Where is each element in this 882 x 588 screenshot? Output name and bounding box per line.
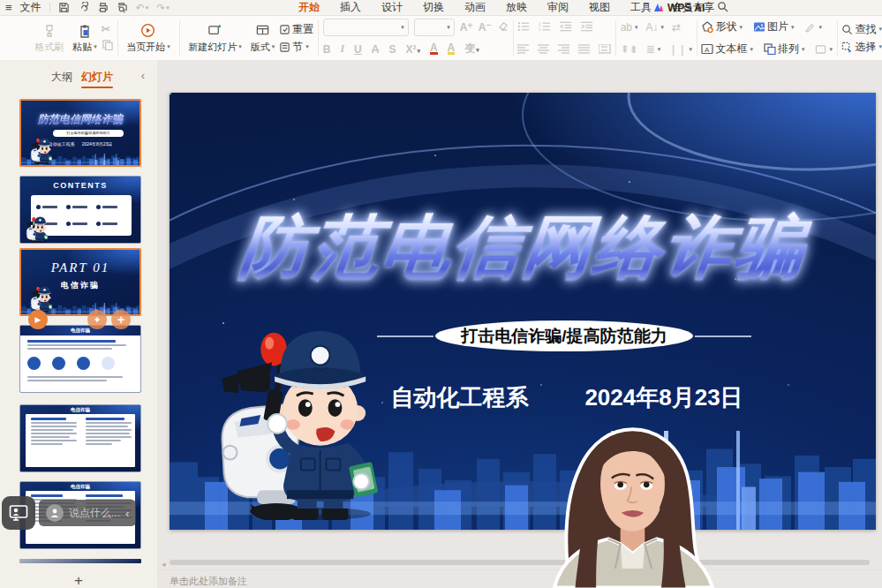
redo-button[interactable]: ↷ ▾ [156,2,170,14]
picture-button[interactable]: 图片▾ [753,19,795,34]
tab-slideshow[interactable]: 放映 [504,0,529,16]
clear-format-icon[interactable] [497,19,509,35]
italic-button[interactable]: I [340,42,344,56]
scroll-left-icon[interactable]: ◂ [162,560,166,569]
play-slide-button[interactable]: ▶ [28,310,48,329]
collapse-panel-icon[interactable]: ‹ [141,69,145,82]
find-button[interactable]: 查找▾ [841,22,882,37]
shapes-button[interactable]: 形状▾ [701,19,743,34]
text-shadow-button[interactable]: S [388,43,396,56]
print-preview-icon[interactable] [117,2,128,13]
tab-view[interactable]: 视图 [587,0,612,16]
slide-thumbnail-2[interactable]: CONTENTS [19,176,141,244]
new-slide-button[interactable]: 新建幻灯片▾ [184,16,246,60]
slide-thumbnail-5[interactable]: 电信诈骗 [19,404,141,472]
decrease-indent-button[interactable] [560,19,573,35]
thumb1-banner: 打击电信诈骗/提高防范能力 [53,130,124,137]
presenter-mode-button[interactable] [2,496,35,530]
justify-button[interactable] [578,41,591,57]
slide-thumbnail-3[interactable]: PART 01 电信诈骗 [19,248,141,316]
copy-icon[interactable] [102,38,113,54]
highlight-button[interactable]: A [448,43,456,55]
arrange-label: 排列 [778,41,799,57]
notes-placeholder[interactable]: 单击此处添加备注 [170,575,247,588]
divider [49,3,50,12]
slide-thumbnail-7-partial[interactable] [19,559,141,563]
font-family-select[interactable]: ▾ [323,19,409,36]
tab-review[interactable]: 审阅 [546,0,570,16]
font-size-select[interactable]: ▾ [414,19,455,36]
caption-widget: 说点什么... ‹ [2,496,136,530]
align-left-button[interactable] [517,41,530,57]
strikethrough-button[interactable]: A [372,43,380,56]
add-slide-button[interactable]: + [69,572,88,588]
distribute-button[interactable] [599,41,611,57]
tab-home[interactable]: 开始 [297,0,321,16]
convert-smartart-icon[interactable]: ⇄ [672,21,681,34]
vertical-text-button[interactable]: A↓▾ [646,21,665,34]
hamburger-menu-icon[interactable]: ≡ [5,1,12,14]
misc-insert-button[interactable]: ▾ [804,22,822,33]
search-icon[interactable] [717,1,728,15]
slide-thumbnail-4[interactable]: 电信诈骗 [19,325,141,393]
bullet-list-button[interactable] [517,19,531,35]
superscript-label: X² [405,43,416,56]
select-button[interactable]: 选择▾ [841,40,882,55]
character-effects-button[interactable]: 变▾ [464,41,479,57]
play-circle-icon [140,23,155,39]
beautify-button[interactable]: ✦ [87,310,107,329]
decrease-font-button[interactable]: A⁻ [479,21,492,34]
presenter-webcam-overlay[interactable] [546,422,720,588]
tab-transition[interactable]: 切换 [421,0,446,16]
add-slide-quick-button[interactable]: + [111,310,131,329]
paste-button[interactable]: 粘贴▾ [68,16,102,60]
font-color-button[interactable]: A [430,43,438,55]
reset-button[interactable]: 重置 [279,22,313,37]
increase-font-button[interactable]: A⁺ [460,21,473,34]
wps-ai-button[interactable]: WPS AI [653,2,705,14]
superscript-button[interactable]: X²▾ [405,43,420,56]
increase-indent-button[interactable] [581,19,594,35]
play-from-current-button[interactable]: 当页开始▾ [122,16,175,60]
collapse-caption-icon[interactable]: ‹ [125,507,129,520]
undo-button[interactable]: ↶ ▾ [136,2,149,14]
textbox-button[interactable]: A 文本框▾ [701,41,753,57]
layout-button[interactable]: 版式▾ [246,16,280,60]
file-menu[interactable]: 文件 [20,0,41,15]
underline-button[interactable]: U [354,43,362,56]
line-spacing-button[interactable]: ⇞⇟ [621,43,638,56]
align-right-button[interactable] [558,41,570,57]
thumb2-title: CONTENTS [20,181,140,190]
tab-insert[interactable]: 插入 [338,0,363,16]
format-painter-button[interactable]: 格式刷 [30,16,68,60]
slide-subtitle-row[interactable]: 自动化工程系 2024年8月23日 [302,382,832,413]
tab-outline[interactable]: 大纲 [51,70,72,85]
layout-label: 版式 [251,41,270,54]
horizontal-scrollbar[interactable] [170,560,870,565]
picture-icon [753,21,765,33]
caret-icon: ▾ [167,43,170,50]
slide-banner[interactable]: 打击电信诈骗/提高防范能力 [435,320,693,351]
text-direction-button[interactable]: ab▾ [621,21,638,34]
cut-icon[interactable]: ✂ [102,23,113,35]
columns-button[interactable]: ❘❘▾ [668,43,692,56]
bold-button[interactable]: B [323,43,331,56]
print-icon[interactable] [97,2,109,13]
caption-input[interactable]: 说点什么... ‹ [39,500,136,526]
align-center-button[interactable] [538,41,550,57]
section-button[interactable]: 节 ▾ [279,40,309,55]
share-icon[interactable] [78,2,89,13]
slide-title[interactable]: 防范电信网络诈骗 [170,202,876,295]
ribbon-toolbar: 格式刷 粘贴▾ ✂ 当页开始▾ 新建幻灯片▾ [0,16,882,61]
current-slide[interactable]: 防范电信网络诈骗 打击电信诈骗/提高防范能力 自动化工程系 2024年8月23日 [170,93,876,530]
tab-design[interactable]: 设计 [380,0,404,16]
paragraph-spacing-button[interactable]: ≣▾ [646,43,661,56]
tab-slides[interactable]: 幻灯片 [81,70,113,85]
tab-tools[interactable]: 工具 [629,0,653,16]
numbered-list-button[interactable]: 123 [539,19,552,35]
slide-thumbnail-1[interactable]: 防范电信网络诈骗 打击电信诈骗/提高防范能力 自动化工程系 2024年8月23日 [19,99,141,167]
tab-animation[interactable]: 动画 [463,0,487,16]
save-icon[interactable] [58,2,70,13]
arrange-button[interactable]: 排列▾ [764,41,805,57]
misc-format-button[interactable]: ▾ [815,44,833,55]
